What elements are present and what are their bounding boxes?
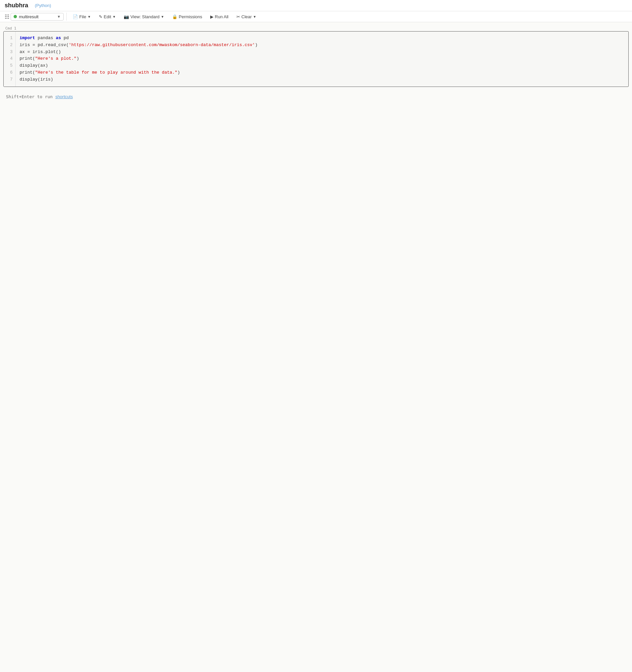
- run-all-label: Run All: [215, 14, 228, 19]
- kernel-name: multiresult: [19, 14, 55, 19]
- permissions-label: Permissions: [179, 14, 202, 19]
- view-icon: 📷: [124, 14, 129, 19]
- clear-chevron-icon: ▼: [253, 15, 256, 19]
- cell-container: Cmd 1 1 2 3 4 5 6 7 import pandas as pd …: [3, 26, 629, 87]
- app-title: shubhra: [5, 2, 28, 9]
- code-editor[interactable]: import pandas as pd iris = pd.read_csv('…: [16, 31, 628, 87]
- run-all-icon: ▶: [210, 14, 214, 19]
- shortcuts-hint: Shift+Enter to run shortcuts: [0, 90, 632, 103]
- file-label: File: [79, 14, 86, 19]
- permissions-icon: 🔒: [172, 14, 177, 19]
- file-icon: 📄: [73, 14, 78, 19]
- keyboard-shortcut-text: Shift+Enter to run: [6, 94, 53, 99]
- toolbar: ☷ multiresult ▼ 📄 File ▼ ✎ Edit ▼ 📷 View…: [0, 11, 632, 22]
- line-numbers: 1 2 3 4 5 6 7: [4, 31, 16, 87]
- view-chevron-icon: ▼: [161, 15, 164, 19]
- edit-icon: ✎: [99, 14, 102, 19]
- toolbar-divider-1: [66, 13, 67, 21]
- file-menu-button[interactable]: 📄 File ▼: [69, 13, 94, 21]
- run-all-button[interactable]: ▶ Run All: [207, 13, 232, 21]
- app-lang: (Python): [35, 3, 51, 8]
- edit-menu-button[interactable]: ✎ Edit ▼: [96, 13, 119, 21]
- view-label: View: Standard: [130, 14, 160, 19]
- cell-label: Cmd 1: [3, 26, 629, 31]
- kernel-selector[interactable]: multiresult ▼: [10, 13, 64, 21]
- shortcuts-link[interactable]: shortcuts: [55, 94, 73, 99]
- edit-label: Edit: [104, 14, 111, 19]
- top-bar: shubhra (Python): [0, 0, 632, 11]
- file-chevron-icon: ▼: [88, 15, 91, 19]
- clear-label: Clear: [241, 14, 252, 19]
- chevron-down-icon: ▼: [57, 15, 61, 19]
- kernel-status-dot: [14, 15, 17, 18]
- edit-chevron-icon: ▼: [113, 15, 116, 19]
- code-cell[interactable]: 1 2 3 4 5 6 7 import pandas as pd iris =…: [3, 31, 629, 87]
- permissions-button[interactable]: 🔒 Permissions: [169, 13, 205, 21]
- view-menu-button[interactable]: 📷 View: Standard ▼: [120, 13, 167, 21]
- clear-button[interactable]: ✂ Clear ▼: [233, 13, 260, 21]
- notebook-area: Cmd 1 1 2 3 4 5 6 7 import pandas as pd …: [0, 22, 632, 90]
- clear-icon: ✂: [237, 14, 240, 19]
- kernel-icon: ☷: [5, 14, 9, 20]
